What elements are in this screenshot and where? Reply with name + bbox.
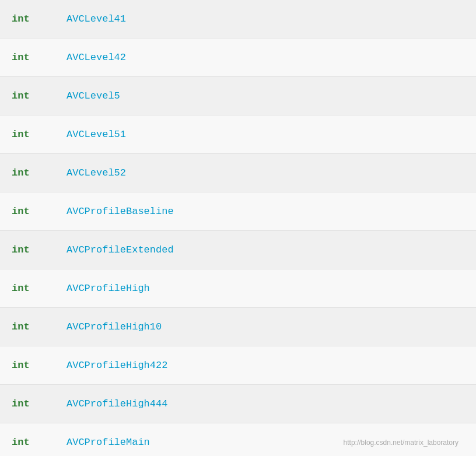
- table-row: intAVCLevel51: [0, 115, 476, 154]
- table-row: intAVCProfileHigh444: [0, 385, 476, 423]
- type-cell: int: [0, 389, 55, 419]
- type-cell: int: [0, 312, 55, 342]
- table-row: intAVCLevel5: [0, 77, 476, 115]
- name-cell[interactable]: AVCProfileHigh: [55, 273, 476, 303]
- name-cell[interactable]: AVCProfileHigh422: [55, 350, 476, 380]
- type-cell: int: [0, 120, 55, 149]
- name-cell[interactable]: AVCProfileHigh10: [55, 312, 476, 342]
- table-row: intAVCLevel41: [0, 0, 476, 38]
- api-table: intAVCLevel41intAVCLevel42intAVCLevel5in…: [0, 0, 476, 456]
- name-cell[interactable]: AVCLevel5: [55, 81, 476, 111]
- table-row: intAVCProfileBaseline: [0, 192, 476, 231]
- name-cell[interactable]: AVCProfileHigh444: [55, 389, 476, 419]
- name-cell[interactable]: AVCProfileMainhttp://blog.csdn.net/matri…: [55, 427, 476, 456]
- name-cell[interactable]: AVCProfileBaseline: [55, 197, 476, 226]
- watermark-text: http://blog.csdn.net/matrix_laboratory: [344, 439, 459, 447]
- name-cell[interactable]: AVCLevel42: [55, 43, 476, 72]
- table-row: intAVCProfileExtended: [0, 231, 476, 269]
- table-row: intAVCProfileHigh: [0, 269, 476, 308]
- table-row: intAVCLevel42: [0, 38, 476, 77]
- type-cell: int: [0, 43, 55, 72]
- name-cell[interactable]: AVCLevel52: [55, 158, 476, 188]
- name-cell[interactable]: AVCLevel51: [55, 120, 476, 149]
- type-cell: int: [0, 273, 55, 303]
- type-cell: int: [0, 4, 55, 34]
- table-row: intAVCLevel52: [0, 154, 476, 192]
- type-cell: int: [0, 158, 55, 188]
- table-row: intAVCProfileMainhttp://blog.csdn.net/ma…: [0, 423, 476, 456]
- type-cell: int: [0, 81, 55, 111]
- table-row: intAVCProfileHigh10: [0, 308, 476, 346]
- name-cell[interactable]: AVCProfileExtended: [55, 235, 476, 265]
- table-row: intAVCProfileHigh422: [0, 346, 476, 385]
- type-cell: int: [0, 427, 55, 456]
- name-cell[interactable]: AVCLevel41: [55, 4, 476, 34]
- type-cell: int: [0, 197, 55, 226]
- type-cell: int: [0, 235, 55, 265]
- type-cell: int: [0, 350, 55, 380]
